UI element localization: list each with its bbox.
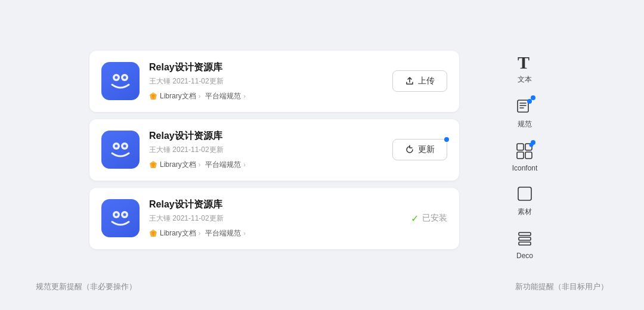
card-action-card-upload: 上传 (392, 70, 447, 92)
deco-label: Deco (516, 252, 533, 260)
text-icon: T (514, 51, 535, 72)
svg-rect-33 (519, 232, 531, 235)
svg-rect-34 (519, 237, 531, 240)
bottom-right-label: 新功能提醒（非目标用户） (515, 281, 608, 292)
bottom-left-label: 规范更新提醒（非必要操作） (36, 281, 137, 292)
svg-rect-35 (519, 242, 531, 245)
svg-rect-30 (525, 152, 532, 159)
iconfont-notification-dot (531, 140, 535, 145)
tool-item-material[interactable]: 素材 (514, 183, 535, 217)
right-panel: T 文本 规范 Iconfont 素材 Deco (495, 51, 555, 260)
card-info-card-update: Relay设计资源库王大锤 2021-11-02更新 Library文档 › 平… (149, 130, 383, 170)
iconfont-icon (514, 140, 535, 162)
tool-item-spec[interactable]: 规范 (514, 95, 535, 129)
card-title: Relay设计资源库 (149, 199, 401, 211)
card-links: Library文档 › 平台端规范 › (149, 160, 383, 170)
svg-point-16 (115, 213, 118, 216)
tool-item-iconfont[interactable]: Iconfont (512, 140, 538, 172)
card-link-1[interactable]: 平台端规范 › (205, 91, 246, 101)
deco-icon (514, 228, 535, 249)
installed-label: 已安装 (422, 213, 447, 224)
card-action-card-installed: ✓已安装 (411, 213, 447, 224)
card-title: Relay设计资源库 (149, 130, 383, 142)
text-label: 文本 (518, 75, 532, 85)
card-link-0[interactable]: Library文档 › (149, 91, 200, 101)
page: Relay设计资源库王大锤 2021-11-02更新 Library文档 › 平… (0, 0, 644, 310)
svg-rect-32 (518, 187, 531, 200)
svg-rect-22 (518, 100, 528, 112)
app-icon-card-upload (101, 62, 140, 100)
card-subtitle: 王大锤 2021-11-02更新 (149, 76, 383, 86)
plugin-card-card-upload: Relay设计资源库王大锤 2021-11-02更新 Library文档 › 平… (89, 51, 459, 112)
tool-item-text[interactable]: T 文本 (514, 51, 535, 85)
card-info-card-upload: Relay设计资源库王大锤 2021-11-02更新 Library文档 › 平… (149, 61, 383, 101)
card-link-0[interactable]: Library文档 › (149, 160, 200, 170)
left-panel: Relay设计资源库王大锤 2021-11-02更新 Library文档 › 平… (89, 51, 459, 249)
update-button[interactable]: 更新 (392, 139, 447, 160)
bottom-labels: 规范更新提醒（非必要操作） 新功能提醒（非目标用户） (0, 281, 644, 292)
svg-rect-27 (517, 144, 524, 150)
card-link-1[interactable]: 平台端规范 › (205, 160, 246, 170)
svg-point-17 (123, 213, 126, 216)
content-area: Relay设计资源库王大锤 2021-11-02更新 Library文档 › 平… (0, 27, 644, 284)
card-link-1[interactable]: 平台端规范 › (205, 228, 246, 238)
installed-status: ✓已安装 (411, 213, 447, 224)
svg-text:T: T (518, 52, 530, 71)
svg-point-2 (115, 76, 118, 79)
plugin-card-card-installed: Relay设计资源库王大锤 2021-11-02更新 Library文档 › 平… (89, 188, 459, 249)
spec-label: 规范 (518, 119, 532, 129)
svg-point-9 (115, 145, 118, 148)
iconfont-label: Iconfont (512, 164, 538, 172)
card-title: Relay设计资源库 (149, 61, 383, 74)
card-links: Library文档 › 平台端规范 › (149, 228, 401, 238)
app-icon-card-update (101, 131, 140, 169)
card-subtitle: 王大锤 2021-11-02更新 (149, 213, 401, 224)
app-icon-card-installed (101, 199, 140, 237)
tool-item-deco[interactable]: Deco (514, 228, 535, 260)
card-subtitle: 王大锤 2021-11-02更新 (149, 145, 383, 155)
material-label: 素材 (518, 207, 532, 217)
card-link-0[interactable]: Library文档 › (149, 228, 200, 238)
svg-point-10 (123, 145, 126, 148)
material-icon (514, 183, 535, 204)
check-icon: ✓ (411, 213, 419, 224)
spec-icon (514, 95, 535, 117)
svg-point-3 (123, 76, 126, 79)
update-notification-dot (444, 137, 449, 142)
svg-rect-29 (517, 152, 524, 159)
spec-notification-dot (531, 95, 535, 100)
card-info-card-installed: Relay设计资源库王大锤 2021-11-02更新 Library文档 › 平… (149, 199, 401, 238)
upload-button[interactable]: 上传 (392, 70, 447, 92)
card-links: Library文档 › 平台端规范 › (149, 91, 383, 101)
card-action-card-update: 更新 (392, 139, 447, 160)
plugin-card-card-update: Relay设计资源库王大锤 2021-11-02更新 Library文档 › 平… (89, 119, 459, 181)
